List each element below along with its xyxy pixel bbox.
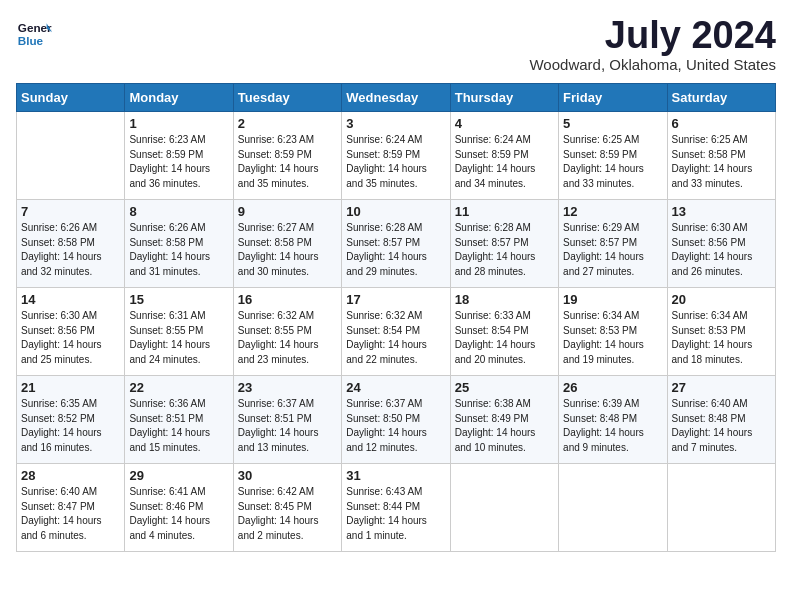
calendar-cell: 14Sunrise: 6:30 AM Sunset: 8:56 PM Dayli… <box>17 288 125 376</box>
calendar-cell: 25Sunrise: 6:38 AM Sunset: 8:49 PM Dayli… <box>450 376 558 464</box>
calendar-cell <box>667 464 775 552</box>
calendar-cell: 9Sunrise: 6:27 AM Sunset: 8:58 PM Daylig… <box>233 200 341 288</box>
day-number: 8 <box>129 204 228 219</box>
day-number: 28 <box>21 468 120 483</box>
day-info: Sunrise: 6:23 AM Sunset: 8:59 PM Dayligh… <box>238 133 337 191</box>
day-info: Sunrise: 6:29 AM Sunset: 8:57 PM Dayligh… <box>563 221 662 279</box>
logo-icon: General Blue <box>16 16 52 52</box>
day-info: Sunrise: 6:37 AM Sunset: 8:50 PM Dayligh… <box>346 397 445 455</box>
day-info: Sunrise: 6:33 AM Sunset: 8:54 PM Dayligh… <box>455 309 554 367</box>
calendar-cell: 2Sunrise: 6:23 AM Sunset: 8:59 PM Daylig… <box>233 112 341 200</box>
calendar-cell: 17Sunrise: 6:32 AM Sunset: 8:54 PM Dayli… <box>342 288 450 376</box>
day-number: 15 <box>129 292 228 307</box>
day-number: 26 <box>563 380 662 395</box>
day-number: 9 <box>238 204 337 219</box>
day-number: 6 <box>672 116 771 131</box>
day-header-wednesday: Wednesday <box>342 84 450 112</box>
calendar-cell: 15Sunrise: 6:31 AM Sunset: 8:55 PM Dayli… <box>125 288 233 376</box>
day-number: 24 <box>346 380 445 395</box>
calendar-cell: 6Sunrise: 6:25 AM Sunset: 8:58 PM Daylig… <box>667 112 775 200</box>
calendar-week-3: 14Sunrise: 6:30 AM Sunset: 8:56 PM Dayli… <box>17 288 776 376</box>
calendar-cell <box>17 112 125 200</box>
calendar-cell: 12Sunrise: 6:29 AM Sunset: 8:57 PM Dayli… <box>559 200 667 288</box>
day-info: Sunrise: 6:37 AM Sunset: 8:51 PM Dayligh… <box>238 397 337 455</box>
calendar-cell: 22Sunrise: 6:36 AM Sunset: 8:51 PM Dayli… <box>125 376 233 464</box>
day-number: 27 <box>672 380 771 395</box>
day-info: Sunrise: 6:24 AM Sunset: 8:59 PM Dayligh… <box>455 133 554 191</box>
calendar-cell: 13Sunrise: 6:30 AM Sunset: 8:56 PM Dayli… <box>667 200 775 288</box>
day-info: Sunrise: 6:30 AM Sunset: 8:56 PM Dayligh… <box>672 221 771 279</box>
day-number: 7 <box>21 204 120 219</box>
day-info: Sunrise: 6:34 AM Sunset: 8:53 PM Dayligh… <box>672 309 771 367</box>
day-info: Sunrise: 6:25 AM Sunset: 8:58 PM Dayligh… <box>672 133 771 191</box>
month-title: July 2024 <box>529 16 776 54</box>
day-info: Sunrise: 6:26 AM Sunset: 8:58 PM Dayligh… <box>21 221 120 279</box>
calendar-header-row: SundayMondayTuesdayWednesdayThursdayFrid… <box>17 84 776 112</box>
calendar-table: SundayMondayTuesdayWednesdayThursdayFrid… <box>16 83 776 552</box>
day-info: Sunrise: 6:40 AM Sunset: 8:47 PM Dayligh… <box>21 485 120 543</box>
logo: General Blue <box>16 16 52 52</box>
calendar-week-2: 7Sunrise: 6:26 AM Sunset: 8:58 PM Daylig… <box>17 200 776 288</box>
day-number: 16 <box>238 292 337 307</box>
calendar-cell: 3Sunrise: 6:24 AM Sunset: 8:59 PM Daylig… <box>342 112 450 200</box>
day-number: 17 <box>346 292 445 307</box>
day-number: 19 <box>563 292 662 307</box>
calendar-cell: 16Sunrise: 6:32 AM Sunset: 8:55 PM Dayli… <box>233 288 341 376</box>
day-info: Sunrise: 6:41 AM Sunset: 8:46 PM Dayligh… <box>129 485 228 543</box>
day-info: Sunrise: 6:40 AM Sunset: 8:48 PM Dayligh… <box>672 397 771 455</box>
calendar-week-1: 1Sunrise: 6:23 AM Sunset: 8:59 PM Daylig… <box>17 112 776 200</box>
day-info: Sunrise: 6:43 AM Sunset: 8:44 PM Dayligh… <box>346 485 445 543</box>
day-info: Sunrise: 6:26 AM Sunset: 8:58 PM Dayligh… <box>129 221 228 279</box>
day-info: Sunrise: 6:28 AM Sunset: 8:57 PM Dayligh… <box>346 221 445 279</box>
calendar-cell: 20Sunrise: 6:34 AM Sunset: 8:53 PM Dayli… <box>667 288 775 376</box>
day-header-monday: Monday <box>125 84 233 112</box>
day-header-friday: Friday <box>559 84 667 112</box>
day-info: Sunrise: 6:24 AM Sunset: 8:59 PM Dayligh… <box>346 133 445 191</box>
day-header-thursday: Thursday <box>450 84 558 112</box>
day-info: Sunrise: 6:30 AM Sunset: 8:56 PM Dayligh… <box>21 309 120 367</box>
calendar-cell: 1Sunrise: 6:23 AM Sunset: 8:59 PM Daylig… <box>125 112 233 200</box>
day-number: 12 <box>563 204 662 219</box>
calendar-cell <box>450 464 558 552</box>
calendar-cell: 29Sunrise: 6:41 AM Sunset: 8:46 PM Dayli… <box>125 464 233 552</box>
day-number: 3 <box>346 116 445 131</box>
calendar-cell: 4Sunrise: 6:24 AM Sunset: 8:59 PM Daylig… <box>450 112 558 200</box>
calendar-cell: 10Sunrise: 6:28 AM Sunset: 8:57 PM Dayli… <box>342 200 450 288</box>
calendar-cell: 11Sunrise: 6:28 AM Sunset: 8:57 PM Dayli… <box>450 200 558 288</box>
calendar-week-4: 21Sunrise: 6:35 AM Sunset: 8:52 PM Dayli… <box>17 376 776 464</box>
calendar-cell: 7Sunrise: 6:26 AM Sunset: 8:58 PM Daylig… <box>17 200 125 288</box>
day-number: 2 <box>238 116 337 131</box>
calendar-cell: 8Sunrise: 6:26 AM Sunset: 8:58 PM Daylig… <box>125 200 233 288</box>
calendar-cell: 31Sunrise: 6:43 AM Sunset: 8:44 PM Dayli… <box>342 464 450 552</box>
day-number: 18 <box>455 292 554 307</box>
day-info: Sunrise: 6:28 AM Sunset: 8:57 PM Dayligh… <box>455 221 554 279</box>
day-number: 31 <box>346 468 445 483</box>
calendar-cell <box>559 464 667 552</box>
calendar-cell: 23Sunrise: 6:37 AM Sunset: 8:51 PM Dayli… <box>233 376 341 464</box>
day-number: 1 <box>129 116 228 131</box>
title-block: July 2024 Woodward, Oklahoma, United Sta… <box>529 16 776 73</box>
day-info: Sunrise: 6:39 AM Sunset: 8:48 PM Dayligh… <box>563 397 662 455</box>
day-number: 25 <box>455 380 554 395</box>
svg-text:Blue: Blue <box>18 34 44 47</box>
day-number: 4 <box>455 116 554 131</box>
calendar-cell: 21Sunrise: 6:35 AM Sunset: 8:52 PM Dayli… <box>17 376 125 464</box>
day-number: 10 <box>346 204 445 219</box>
day-header-tuesday: Tuesday <box>233 84 341 112</box>
day-number: 20 <box>672 292 771 307</box>
calendar-cell: 26Sunrise: 6:39 AM Sunset: 8:48 PM Dayli… <box>559 376 667 464</box>
day-number: 22 <box>129 380 228 395</box>
location-title: Woodward, Oklahoma, United States <box>529 56 776 73</box>
calendar-cell: 5Sunrise: 6:25 AM Sunset: 8:59 PM Daylig… <box>559 112 667 200</box>
day-number: 11 <box>455 204 554 219</box>
day-number: 13 <box>672 204 771 219</box>
calendar-cell: 18Sunrise: 6:33 AM Sunset: 8:54 PM Dayli… <box>450 288 558 376</box>
calendar-cell: 27Sunrise: 6:40 AM Sunset: 8:48 PM Dayli… <box>667 376 775 464</box>
calendar-cell: 19Sunrise: 6:34 AM Sunset: 8:53 PM Dayli… <box>559 288 667 376</box>
calendar-cell: 28Sunrise: 6:40 AM Sunset: 8:47 PM Dayli… <box>17 464 125 552</box>
day-info: Sunrise: 6:27 AM Sunset: 8:58 PM Dayligh… <box>238 221 337 279</box>
day-info: Sunrise: 6:35 AM Sunset: 8:52 PM Dayligh… <box>21 397 120 455</box>
day-number: 14 <box>21 292 120 307</box>
day-number: 23 <box>238 380 337 395</box>
day-number: 5 <box>563 116 662 131</box>
